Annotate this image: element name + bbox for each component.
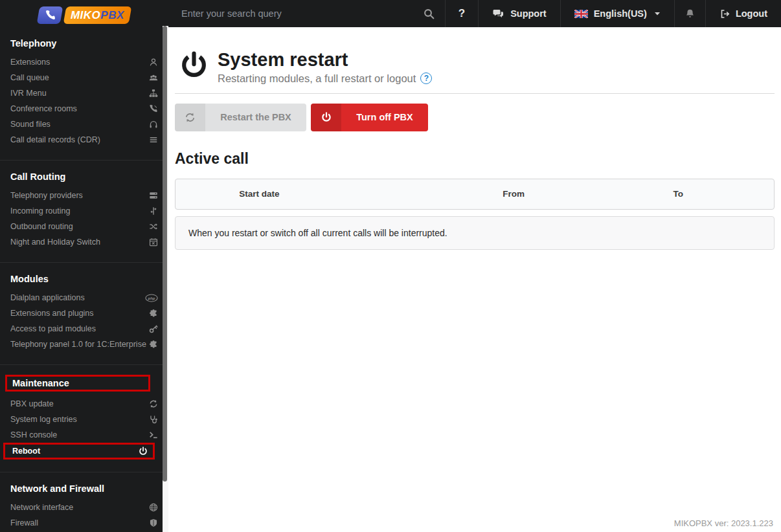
- section-title-call-routing: Call Routing: [0, 170, 168, 183]
- search-area: [168, 0, 445, 27]
- sidebar-item-ivr-menu[interactable]: IVR Menu: [0, 85, 168, 101]
- users-icon: [149, 73, 158, 82]
- sidebar-item-label: Call detail records (CDR): [10, 135, 149, 144]
- key-icon: [149, 324, 158, 333]
- sidebar-item-call-queue[interactable]: Call queue: [0, 70, 168, 85]
- bell-icon: [685, 8, 695, 19]
- globe-icon: [149, 503, 158, 512]
- sidebar-item-extensions[interactable]: Extensions: [0, 54, 168, 70]
- restart-pbx-button[interactable]: Restart the PBX: [175, 104, 306, 131]
- sidebar-section-telephony: TelephonyExtensionsCall queueIVR MenuCon…: [0, 27, 168, 160]
- sidebar-item-label: Conference rooms: [10, 104, 149, 113]
- sidebar-item-network-interface[interactable]: Network interface: [0, 500, 168, 515]
- restart-warning-message: When you restart or switch off all curre…: [175, 216, 775, 250]
- scrollbar-thumb[interactable]: [163, 26, 167, 482]
- column-header-from: From: [503, 179, 525, 209]
- phone-volume-icon: [149, 104, 158, 113]
- sidebar-menu: TelephonyExtensionsCall queueIVR MenuCon…: [0, 26, 168, 532]
- search-icon[interactable]: [424, 8, 435, 19]
- sidebar-item-firewall[interactable]: Firewall: [0, 515, 168, 531]
- sidebar-item-label: Call queue: [10, 73, 149, 82]
- power-icon: [180, 51, 208, 79]
- headphones-icon: [149, 120, 158, 129]
- sidebar-item-label: Telephony providers: [10, 191, 149, 200]
- brand-pbx: PBX: [100, 8, 124, 21]
- user-icon: [149, 58, 158, 67]
- sidebar-item-label: System log entries: [10, 415, 149, 424]
- sidebar-item-label: Network interface: [10, 503, 149, 512]
- list-icon: [149, 135, 158, 144]
- sidebar-item-call-detail-records-cdr[interactable]: Call detail records (CDR): [0, 132, 168, 148]
- calendar-times-icon: [149, 238, 158, 247]
- sync-icon: [149, 399, 158, 408]
- svg-text:php: php: [148, 296, 155, 300]
- sidebar-section-modules: ModulesDialplan applicationsphpExtension…: [0, 262, 168, 364]
- actions-row: Restart the PBX Turn off PBX: [175, 104, 775, 131]
- sidebar-item-label: Night and Holiday Switch: [10, 238, 149, 247]
- app-logo[interactable]: MIKOPBX: [0, 0, 168, 26]
- logout-button[interactable]: Logout: [705, 0, 781, 27]
- php-icon: php: [145, 294, 158, 302]
- version-label: MIKOPBX ver: 2023.1.223: [674, 518, 773, 528]
- shuffle-icon: [149, 222, 158, 231]
- sidebar-item-incoming-routing[interactable]: Incoming routing: [0, 203, 168, 219]
- sidebar-item-pbx-update[interactable]: PBX update: [0, 396, 168, 412]
- sidebar-item-extensions-and-plugins[interactable]: Extensions and plugins: [0, 305, 168, 321]
- sidebar-item-conference-rooms[interactable]: Conference rooms: [0, 101, 168, 116]
- column-header-start-date: Start date: [239, 179, 279, 209]
- uk-flag-icon: [574, 10, 588, 18]
- sync-icon: [175, 104, 205, 131]
- power-icon: [139, 447, 148, 456]
- question-circle-icon[interactable]: ?: [420, 72, 432, 84]
- section-title-modules: Modules: [0, 272, 168, 285]
- main-content: System restart Restarting modules, a ful…: [168, 27, 781, 532]
- puzzle-icon: [149, 340, 158, 349]
- support-button[interactable]: Support: [478, 0, 560, 27]
- sidebar-item-dialplan-applications[interactable]: Dialplan applicationsphp: [0, 290, 168, 305]
- sidebar-item-access-to-paid-modules[interactable]: Access to paid modules: [0, 321, 168, 337]
- sidebar-item-label: Telephony panel 1.0 for 1C:Enterprise: [10, 340, 149, 349]
- turn-off-pbx-button[interactable]: Turn off PBX: [311, 104, 428, 131]
- sidebar: MIKOPBX TelephonyExtensionsCall queueIVR…: [0, 0, 168, 532]
- help-button[interactable]: ?: [445, 0, 478, 27]
- sidebar-item-label: Firewall: [10, 518, 149, 527]
- sidebar-item-label: Outbound routing: [10, 222, 149, 231]
- sidebar-item-label: Extensions: [10, 58, 149, 67]
- notifications-button[interactable]: [674, 0, 705, 27]
- sidebar-item-label: Incoming routing: [10, 206, 149, 216]
- section-title-maintenance: Maintenance: [5, 375, 150, 392]
- sidebar-section-maintenance: MaintenancePBX updateSystem log entriesS…: [0, 364, 168, 472]
- sidebar-item-label: SSH console: [10, 430, 149, 439]
- page-subtitle: Restarting modules, a full restart or lo…: [218, 72, 432, 85]
- sidebar-item-telephony-panel-1-0-for-1c-enterprise[interactable]: Telephony panel 1.0 for 1C:Enterprise: [0, 337, 168, 352]
- sidebar-item-label: Access to paid modules: [10, 324, 149, 333]
- sidebar-item-sound-files[interactable]: Sound files: [0, 116, 168, 132]
- sidebar-item-night-and-holiday-switch[interactable]: Night and Holiday Switch: [0, 234, 168, 250]
- active-calls-table-header: Start dateFromTo: [175, 179, 775, 210]
- sidebar-item-label: Dialplan applications: [10, 293, 145, 302]
- sidebar-item-label: Reboot: [12, 447, 139, 456]
- sidebar-item-system-log-entries[interactable]: System log entries: [0, 412, 168, 427]
- terminal-icon: [149, 430, 158, 439]
- sidebar-item-label: IVR Menu: [10, 89, 149, 98]
- sidebar-scrollbar[interactable]: [163, 26, 168, 532]
- puzzle-icon: [149, 309, 158, 318]
- sidebar-item-ssh-console[interactable]: SSH console: [0, 427, 168, 443]
- phone-logo-icon: [37, 6, 63, 24]
- topbar: ? Support English(US) Logout: [168, 0, 781, 27]
- stethoscope-icon: [149, 415, 158, 424]
- page-header: System restart Restarting modules, a ful…: [175, 27, 775, 94]
- sidebar-section-network-and-firewall: Network and FirewallNetwork interfaceFir…: [0, 472, 168, 532]
- brand-miko: MIKO: [71, 8, 100, 21]
- sidebar-item-label: Extensions and plugins: [10, 309, 149, 318]
- language-select[interactable]: English(US): [560, 0, 674, 27]
- search-input[interactable]: [180, 8, 417, 19]
- sidebar-item-reboot[interactable]: Reboot: [3, 443, 155, 460]
- comments-icon: [492, 9, 504, 19]
- column-header-to: To: [673, 179, 683, 209]
- caret-down-icon: [654, 10, 661, 17]
- shield-icon: [149, 518, 158, 527]
- sidebar-item-outbound-routing[interactable]: Outbound routing: [0, 219, 168, 234]
- sidebar-section-call-routing: Call RoutingTelephony providersIncoming …: [0, 160, 168, 262]
- sidebar-item-telephony-providers[interactable]: Telephony providers: [0, 188, 168, 203]
